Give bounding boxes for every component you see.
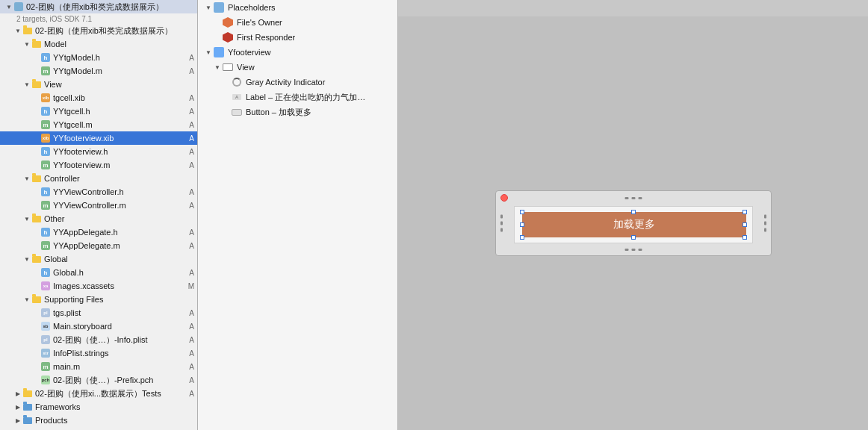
folder-icon <box>31 173 42 184</box>
resize-handles-right <box>764 215 766 232</box>
h-file-icon: h <box>40 106 51 116</box>
file-global-h[interactable]: h Global.h A <box>0 266 197 279</box>
file-main-m[interactable]: m main.m A <box>0 360 197 373</box>
outline-button[interactable]: Button – 加载更多 <box>198 105 397 119</box>
project-label: 02-团购（使用xib和类完成数据展示） <box>26 1 197 13</box>
selection-handle-mr[interactable] <box>743 222 747 227</box>
file-label: tgs.plist <box>53 308 189 317</box>
button-element-label: Button – 加载更多 <box>246 107 311 118</box>
file-info-plist[interactable]: pl 02-团购（使…）-Info.plist A <box>0 333 197 346</box>
project-root-item[interactable]: 02-团购（使用xib和类完成数据展示） <box>0 0 197 13</box>
badge: A <box>189 390 197 398</box>
group-other[interactable]: Other <box>0 212 197 225</box>
file-label: YYfooterview.h <box>53 147 189 156</box>
file-yytgcell-h[interactable]: h YYtgcell.h A <box>0 105 197 118</box>
badge: A <box>189 202 197 210</box>
gray-activity-indicator-label: Gray Activity Indicator <box>246 78 325 87</box>
file-yytgcell-m[interactable]: m YYtgcell.m A <box>0 118 197 131</box>
file-main-storyboard[interactable]: sb Main.storyboard A <box>0 320 197 333</box>
view-label: View <box>44 80 197 89</box>
badge: A <box>189 121 197 129</box>
group-products[interactable]: Products <box>0 414 197 427</box>
group-tests[interactable]: 02-团购（使用xi...数据展示）Tests A <box>0 387 197 400</box>
badge: A <box>189 269 197 277</box>
products-label: Products <box>35 416 197 425</box>
outline-yfooterview[interactable]: Yfooterview <box>198 45 397 60</box>
label-element-icon: A <box>231 91 243 103</box>
badge: A <box>189 134 197 143</box>
close-button[interactable] <box>500 194 508 202</box>
file-label: Main.storyboard <box>53 322 189 331</box>
file-images-xcassets[interactable]: xa Images.xcassets M <box>0 279 197 293</box>
group-supporting[interactable]: Supporting Files <box>0 293 197 306</box>
badge: A <box>189 322 197 331</box>
file-yyviewcontroller-m[interactable]: m YYViewController.m A <box>0 199 197 212</box>
supporting-label: Supporting Files <box>44 295 197 304</box>
project-icon <box>13 1 24 12</box>
selection-handle-br[interactable] <box>743 235 747 240</box>
selection-handle-tr[interactable] <box>743 210 747 214</box>
label-element-label: Label – 正在使出吃奶的力气加… <box>246 92 365 103</box>
disclosure-icon <box>22 214 31 223</box>
selection-handle-tm[interactable] <box>631 210 636 214</box>
file-label: YYtgcell.m <box>53 120 189 129</box>
tests-label: 02-团购（使用xi...数据展示）Tests <box>35 388 189 399</box>
file-label: YYAppDelegate.h <box>53 228 189 237</box>
outline-gray-activity-indicator[interactable]: Gray Activity Indicator <box>198 75 397 90</box>
file-infoplist-strings[interactable]: str InfoPlist.strings A <box>0 346 197 360</box>
folder-icon <box>31 294 42 305</box>
file-label: 02-团购（使…）-Info.plist <box>53 334 189 346</box>
h-file-icon: h <box>40 227 51 237</box>
group-main[interactable]: 02-团购（使用xib和类完成数据展示） <box>0 24 197 37</box>
selection-handle-ml[interactable] <box>520 222 524 227</box>
placeholders-icon <box>213 1 225 13</box>
outline-files-owner[interactable]: File's Owner <box>198 15 397 30</box>
resize-handles-bottom <box>624 249 642 251</box>
strings-file-icon: str <box>40 348 51 358</box>
group-model[interactable]: Model <box>0 37 197 51</box>
outline-label[interactable]: A Label – 正在使出吃奶的力气加… <box>198 90 397 105</box>
outline-placeholders[interactable]: Placeholders <box>198 0 397 15</box>
badge: M <box>188 282 197 290</box>
file-yyappdelegate-h[interactable]: h YYAppDelegate.h A <box>0 225 197 239</box>
folder-icon <box>22 388 33 399</box>
file-label: YYViewController.h <box>53 187 189 196</box>
file-yyfooterview-m[interactable]: m YYfooterview.m A <box>0 158 197 172</box>
file-ytgmodel-m[interactable]: m YYtgModel.m A <box>0 64 197 78</box>
h-file-icon: h <box>40 52 51 63</box>
pch-file-icon: pch <box>40 375 51 385</box>
canvas-panel: 加载更多 <box>398 0 868 430</box>
group-global[interactable]: Global <box>0 252 197 266</box>
file-prefix-pch[interactable]: pch 02-团购（使…）-Prefix.pch A <box>0 373 197 387</box>
first-responder-label: First Responder <box>237 33 295 42</box>
outline-first-responder[interactable]: First Responder <box>198 30 397 45</box>
file-yyviewcontroller-h[interactable]: h YYViewController.h A <box>0 185 197 199</box>
badge: A <box>189 349 197 358</box>
file-yyfooterview-xib[interactable]: xib YYfooterview.xib A <box>0 131 197 145</box>
badge: A <box>189 363 197 371</box>
disclosure-icon <box>13 416 22 425</box>
outline-view[interactable]: View <box>198 60 397 75</box>
h-file-icon: h <box>40 146 51 157</box>
file-ytgmodel-h[interactable]: h YYtgModel.h A <box>0 51 197 64</box>
selection-handle-tl[interactable] <box>520 210 524 214</box>
file-yyfooterview-h[interactable]: h YYfooterview.h A <box>0 145 197 158</box>
group-controller[interactable]: Controller <box>0 172 197 185</box>
canvas-button[interactable]: 加载更多 <box>522 212 746 237</box>
file-tgs-plist[interactable]: pl tgs.plist A <box>0 306 197 320</box>
selection-handle-bm[interactable] <box>631 235 636 240</box>
selection-handle-bl[interactable] <box>520 235 524 240</box>
button-wrapper: 加载更多 <box>522 212 745 237</box>
file-yyappdelegate-m[interactable]: m YYAppDelegate.m A <box>0 239 197 252</box>
group-frameworks[interactable]: Frameworks <box>0 400 197 414</box>
file-label: tgcell.xib <box>53 93 189 102</box>
folder-icon <box>31 214 42 224</box>
placeholders-label: Placeholders <box>228 3 276 12</box>
folder-icon <box>31 39 42 49</box>
disclosure-icon <box>13 402 22 411</box>
group-view[interactable]: View <box>0 78 197 91</box>
m-file-icon: m <box>40 361 51 372</box>
disclosure-icon <box>204 48 213 57</box>
file-tgcell-xib[interactable]: xib tgcell.xib A <box>0 91 197 105</box>
model-label: Model <box>44 40 197 49</box>
